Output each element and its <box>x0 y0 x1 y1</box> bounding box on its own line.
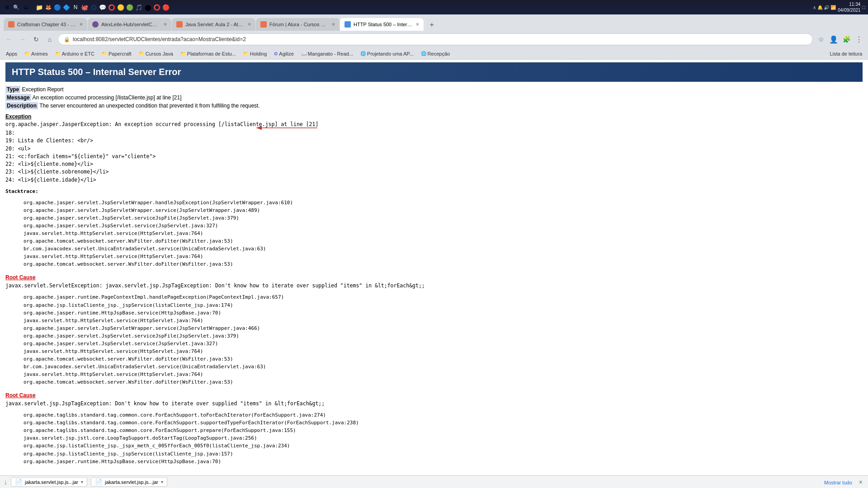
discord-icon[interactable]: 💬 <box>99 3 107 11</box>
rc1-line: org.apache.jasper.runtime.PageContextImp… <box>5 293 863 301</box>
taskbar-app-icons: 📁 🦊 🔵 🔷 N 🐙 ⬡ 💬 ⭕ 🟡 🟢 🎵 ⬤ ⭕ 🔴 <box>35 3 811 11</box>
arduino-label: Arduino e ETC <box>62 51 94 56</box>
notion-icon[interactable]: N <box>71 3 80 11</box>
rc1-line: org.apache.jasper.servlet.JspServlet.ser… <box>5 332 863 340</box>
extensions-icon[interactable]: 🧩 <box>841 34 852 45</box>
app6-icon[interactable]: ⭕ <box>153 3 161 11</box>
tab-3[interactable]: Java Servlet: Aula 2 - Atividade 3 × <box>172 18 255 31</box>
github-icon[interactable]: 🐙 <box>80 3 89 11</box>
url-bar[interactable]: 🔒 localhost:8082/servletCRUDClientes/ent… <box>58 33 813 45</box>
edge-icon[interactable]: 🔷 <box>62 3 71 11</box>
tab-3-title: Java Servlet: Aula 2 - Atividade 3 <box>185 22 244 27</box>
forward-button[interactable]: → <box>17 34 28 45</box>
browser-content: HTTP Status 500 – Internal Server Error … <box>0 60 868 475</box>
profile-icon[interactable]: 👤 <box>828 34 839 45</box>
app4-icon[interactable]: 🎵 <box>135 3 143 11</box>
tab-4[interactable]: Fórum | Alura - Cursos online d... × <box>256 18 340 31</box>
rc1-line: org.apache.tomcat.websocket.server.WsFil… <box>5 378 863 386</box>
animes-label: Animes <box>31 51 48 56</box>
tab-1[interactable]: Craftsman Chapter 43 - Mangan... × <box>4 18 87 31</box>
tab-1-favicon <box>8 21 14 28</box>
app1-icon[interactable]: ⭕ <box>108 3 116 11</box>
app7-icon[interactable]: 🔴 <box>162 3 170 11</box>
type-row: Type Exception Report <box>5 86 863 93</box>
rc2-line: org.apache.taglibs.standard.tag.common.c… <box>5 427 863 434</box>
rc1-line: org.apache.jsp.listaCliente_jsp._jspServ… <box>5 301 863 309</box>
message-row: Message An exception occurred processing… <box>5 94 863 101</box>
bookmark-apps[interactable]: Apps <box>4 51 19 57</box>
home-button[interactable]: ⌂ <box>44 34 55 45</box>
vscode-icon[interactable]: ⬡ <box>90 3 98 11</box>
rc1-line: org.apache.jasper.servlet.JspServlet.ser… <box>5 340 863 347</box>
code-line-6: 23: <li>${cliente.sobrenome}</li> <box>5 168 863 176</box>
app5-icon[interactable]: ⬤ <box>144 3 152 11</box>
error-header: HTTP Status 500 – Internal Server Error <box>5 62 863 82</box>
description-row: Description The server encountered an un… <box>5 103 863 109</box>
bookmark-arduino[interactable]: 📁 Arduino e ETC <box>53 51 97 57</box>
files-icon[interactable]: 📁 <box>35 3 43 11</box>
exception-text: org.apache.jasper.JasperException: An ex… <box>5 121 863 127</box>
rc2-line: org.apache.jasper.runtime.HttpJspBase.se… <box>5 458 863 465</box>
message-label: Message <box>5 94 31 101</box>
tab-5-title: HTTP Status 500 – Internal Serve... <box>354 22 412 27</box>
cursosjava-label: Cursos Java <box>146 51 173 56</box>
notifications-icon[interactable]: □ <box>862 5 865 10</box>
tab-3-close[interactable]: × <box>248 21 251 28</box>
page-content: HTTP Status 500 – Internal Server Error … <box>0 60 868 472</box>
bookmark-lista-leitura[interactable]: Lista de leitura <box>827 51 864 57</box>
tab-1-close[interactable]: × <box>80 21 83 28</box>
rc2-line: javax.servlet.jsp.jstl.core.LoopTagSuppo… <box>5 434 863 442</box>
rc1-line: org.apache.jasper.servlet.JspServletWrap… <box>5 324 863 332</box>
stacktrace-line: org.apache.jasper.servlet.JspServletWrap… <box>5 206 863 214</box>
description-label: Description <box>5 102 38 109</box>
app2-icon[interactable]: 🟡 <box>117 3 125 11</box>
tab-2[interactable]: AlexLeite-Hub/servletCRUDClie... × <box>88 18 171 31</box>
chrome-icon[interactable]: 🔵 <box>53 3 61 11</box>
root-cause-2-label: Root Cause <box>5 392 36 399</box>
back-button[interactable]: ← <box>4 34 14 45</box>
papercraft-label: Papercraft <box>108 51 132 56</box>
bookmark-animes[interactable]: 📁 Animes <box>22 51 50 57</box>
bookmark-holding[interactable]: 📁 Holding <box>241 51 269 57</box>
bookmark-plataformas[interactable]: 📁 Plataformas de Estu... <box>178 51 238 57</box>
lista-leitura-label: Lista de leitura <box>830 51 862 56</box>
firefox-icon[interactable]: 🦊 <box>44 3 52 11</box>
bookmark-star-icon[interactable]: ☆ <box>816 34 826 45</box>
root-cause-2-section: Root Cause javax.servlet.jsp.JspTagExcep… <box>5 389 863 465</box>
search-icon[interactable]: 🔍 <box>12 3 20 11</box>
bookmark-cursosjava[interactable]: 📁 Cursos Java <box>137 51 175 57</box>
projetando-label: Projetando uma AP... <box>367 51 414 56</box>
type-value: Exception Report <box>22 86 63 93</box>
plataformas-label: Plataformas de Estu... <box>187 51 236 56</box>
start-icon[interactable]: ⊞ <box>3 3 11 11</box>
bookmark-papercraft[interactable]: 📁 Papercraft <box>99 51 134 57</box>
rc1-line: javax.servlet.http.HttpServlet.service(H… <box>5 317 863 324</box>
type-label: Type <box>5 86 20 93</box>
url-text: localhost:8082/servletCRUDClientes/entra… <box>73 36 807 42</box>
tab-1-title: Craftsman Chapter 43 - Mangan... <box>17 22 76 27</box>
tab-4-close[interactable]: × <box>332 21 335 28</box>
bookmark-projetando[interactable]: 🌐 Projetando uma AP... <box>358 51 416 57</box>
stacktrace-label: Stacktrace: <box>5 188 863 195</box>
tab-3-favicon <box>176 21 183 28</box>
bookmark-agilize[interactable]: ⊙ Agilize <box>272 51 296 57</box>
bookmark-manganato[interactable]: 📖 Manganato - Read... <box>299 51 355 57</box>
app3-icon[interactable]: 🟢 <box>126 3 134 11</box>
stacktrace-lines: org.apache.jasper.servlet.JspServletWrap… <box>5 199 863 268</box>
new-tab-button[interactable]: + <box>426 19 438 31</box>
code-line-2: 19: Lista de Clientes: <br/> <box>5 137 863 145</box>
reload-button[interactable]: ↻ <box>31 34 42 45</box>
tab-5[interactable]: HTTP Status 500 – Internal Serve... × <box>340 18 424 31</box>
tab-2-title: AlexLeite-Hub/servletCRUDClie... <box>101 22 160 27</box>
root-cause-2-text: javax.servlet.jsp.JspTagException: Don't… <box>5 400 863 408</box>
system-tray-icons: ∧ 🔔 🔊 📶 <box>813 5 836 10</box>
tab-2-close[interactable]: × <box>164 21 167 28</box>
rc2-line: org.apache.jsp.listaCliente_jsp._jspServ… <box>5 450 863 458</box>
tab-4-title: Fórum | Alura - Cursos online d... <box>269 22 328 27</box>
tab-5-close[interactable]: × <box>416 21 419 28</box>
task-view-icon[interactable]: 🗂 <box>22 3 30 11</box>
menu-button[interactable]: ⋮ <box>854 34 864 45</box>
stacktrace-line: javax.servlet.http.HttpServlet.service(H… <box>5 253 863 260</box>
bookmark-recepcao[interactable]: 🌐 Recepção <box>419 51 453 57</box>
browser-chrome: Craftsman Chapter 43 - Mangan... × AlexL… <box>0 14 868 60</box>
